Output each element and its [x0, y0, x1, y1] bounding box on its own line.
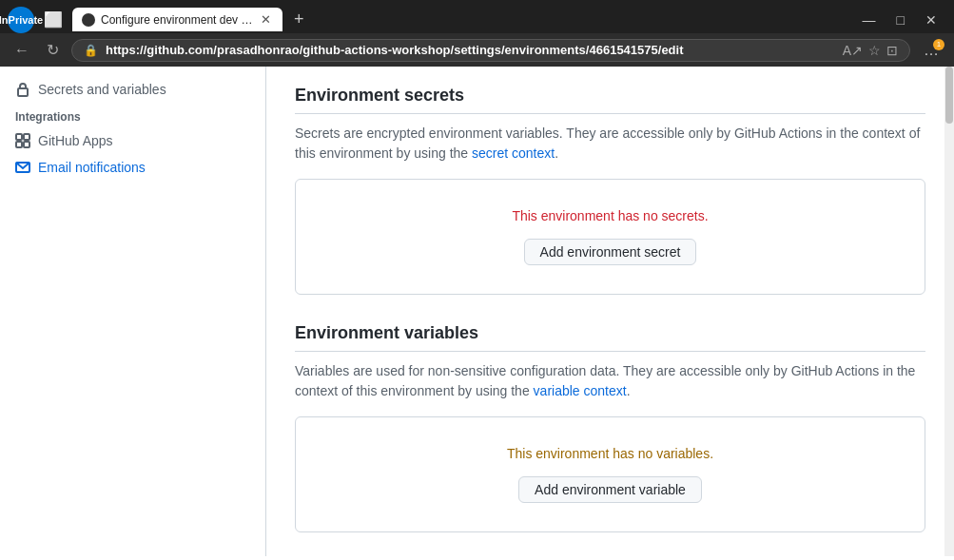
secrets-title: Environment secrets: [295, 86, 925, 114]
secrets-section: Environment secrets Secrets are encrypte…: [295, 86, 925, 295]
back-button[interactable]: ←: [10, 39, 34, 62]
refresh-button[interactable]: ↻: [42, 38, 64, 62]
sidebar-email-label: Email notifications: [38, 160, 146, 175]
tab-favicon: [82, 13, 95, 27]
scrollbar[interactable]: [944, 67, 954, 556]
lock-icon: 🔒: [84, 44, 98, 57]
sidebar-github-apps-label: GitHub Apps: [38, 133, 113, 148]
sidebar-item-secrets-variables[interactable]: Secrets and variables: [0, 76, 265, 103]
variable-context-link[interactable]: variable context: [534, 383, 627, 398]
mail-icon: [15, 160, 30, 175]
secrets-description: Secrets are encrypted environment variab…: [295, 124, 925, 164]
variables-title: Environment variables: [295, 323, 925, 352]
new-tab-button[interactable]: +: [286, 6, 312, 33]
read-aloud-icon[interactable]: A↗: [843, 43, 863, 58]
tab-switcher-button[interactable]: ⬜: [38, 7, 68, 32]
page: Secrets and variables Integrations GitHu…: [0, 67, 954, 556]
sidebar-section-integrations: Integrations: [0, 103, 265, 127]
apps-icon: [15, 133, 30, 148]
svg-rect-4: [16, 142, 22, 147]
address-bar: ← ↻ 🔒 https://github.com/prasadhonrao/gi…: [0, 33, 954, 67]
favorites-icon[interactable]: ☆: [868, 43, 881, 58]
secret-context-link[interactable]: secret context: [472, 145, 555, 161]
svg-rect-3: [24, 134, 29, 140]
tab-title: Configure environment dev · pra:: [101, 13, 253, 27]
tab-close-button[interactable]: ✕: [259, 12, 273, 27]
browser-chrome: InPrivate ⬜ Configure environment dev · …: [0, 0, 954, 67]
more-options-button[interactable]: … 1: [918, 39, 944, 62]
active-tab[interactable]: Configure environment dev · pra: ✕: [72, 8, 282, 31]
add-secret-button[interactable]: Add environment secret: [524, 239, 697, 265]
tab-bar: InPrivate ⬜ Configure environment dev · …: [0, 0, 954, 33]
maximize-button[interactable]: □: [887, 9, 914, 31]
url-text: https://github.com/prasadhonrao/github-a…: [106, 43, 835, 57]
close-button[interactable]: ✕: [916, 9, 946, 31]
variables-description: Variables are used for non-sensitive con…: [295, 361, 925, 401]
lock-icon: [15, 82, 30, 97]
window-controls: — □ ✕: [853, 9, 946, 31]
no-secrets-message: This environment has no secrets.: [315, 208, 905, 223]
main-content: Environment secrets Secrets are encrypte…: [266, 67, 954, 556]
no-variables-message: This environment has no variables.: [315, 446, 905, 461]
minimize-button[interactable]: —: [853, 9, 886, 31]
sidebar-item-github-apps[interactable]: GitHub Apps: [0, 127, 265, 154]
sidebar-item-email-notifications[interactable]: Email notifications: [0, 154, 265, 181]
scrollbar-thumb[interactable]: [945, 67, 953, 124]
svg-point-0: [85, 15, 93, 24]
secrets-box: This environment has no secrets. Add env…: [295, 179, 925, 295]
notification-badge: 1: [933, 39, 944, 50]
svg-rect-1: [18, 88, 28, 96]
browser-extension-icon[interactable]: ⊡: [886, 43, 898, 58]
variables-section: Environment variables Variables are used…: [295, 323, 925, 532]
address-field[interactable]: 🔒 https://github.com/prasadhonrao/github…: [71, 39, 910, 62]
add-variable-button[interactable]: Add environment variable: [518, 476, 702, 503]
profile-button[interactable]: InPrivate: [8, 7, 34, 33]
sidebar: Secrets and variables Integrations GitHu…: [0, 67, 266, 556]
svg-rect-2: [16, 134, 22, 140]
address-icons: A↗ ☆ ⊡: [843, 43, 898, 58]
sidebar-item-secrets-label: Secrets and variables: [38, 82, 166, 97]
variables-box: This environment has no variables. Add e…: [295, 416, 925, 532]
svg-rect-5: [24, 142, 29, 147]
